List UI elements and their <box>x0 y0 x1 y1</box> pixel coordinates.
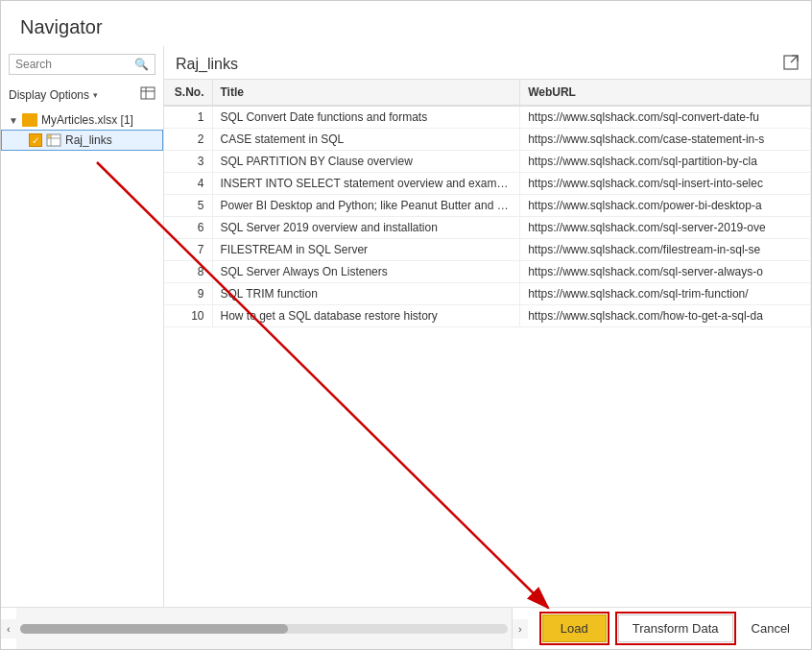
table-row: 1 SQL Convert Date functions and formats… <box>164 106 811 129</box>
cell-url: https://www.sqlshack.com/case-statement-… <box>520 129 811 151</box>
cell-title: SQL PARTITION BY Clause overview <box>212 151 520 173</box>
folder-icon <box>22 113 37 127</box>
cell-url: https://www.sqlshack.com/sql-partition-b… <box>520 151 811 173</box>
tree-child-label: Raj_links <box>65 133 112 147</box>
table-row: 5 Power BI Desktop and Python; like Pean… <box>164 195 811 217</box>
search-input[interactable] <box>15 58 134 71</box>
cell-title: Power BI Desktop and Python; like Peanut… <box>212 195 520 217</box>
checkbox-checked-icon[interactable]: ✓ <box>29 133 42 147</box>
svg-rect-6 <box>47 134 51 138</box>
cell-url: https://www.sqlshack.com/how-to-get-a-sq… <box>520 305 811 327</box>
search-box[interactable]: 🔍 <box>9 54 155 75</box>
cell-title: FILESTREAM in SQL Server <box>212 239 520 261</box>
preview-expand-icon[interactable] <box>782 54 800 75</box>
data-table: S.No. Title WebURL 1 SQL Convert Date fu… <box>164 80 811 327</box>
chevron-down-icon: ▾ <box>93 90 98 100</box>
cell-sno: 9 <box>164 283 212 305</box>
table-row: 8 SQL Server Always On Listeners https:/… <box>164 261 811 283</box>
transform-button-wrapper: Transform Data <box>615 612 736 645</box>
preview-header: Raj_links <box>164 46 811 80</box>
svg-line-8 <box>791 56 798 62</box>
cell-sno: 10 <box>164 305 212 327</box>
scrollbar-thumb[interactable] <box>20 624 289 634</box>
scroll-right-button[interactable]: › <box>513 619 528 638</box>
button-area: Load Transform Data Cancel <box>528 612 811 645</box>
table-view-icon[interactable] <box>140 86 155 103</box>
cell-url: https://www.sqlshack.com/sql-insert-into… <box>520 173 811 195</box>
right-panel: Raj_links S.No. Title WebURL <box>164 46 811 607</box>
scrollbar-track[interactable] <box>20 624 508 634</box>
tree-area: ▼ MyArticles.xlsx [1] ✓ Raj_links <box>1 107 163 599</box>
cell-title: CASE statement in SQL <box>212 129 520 151</box>
cell-title: INSERT INTO SELECT statement overview an… <box>212 173 520 195</box>
navigator-dialog: Navigator 🔍 Display Options ▾ <box>0 0 812 650</box>
cell-title: How to get a SQL database restore histor… <box>212 305 520 327</box>
table-container: S.No. Title WebURL 1 SQL Convert Date fu… <box>164 80 811 607</box>
cell-sno: 7 <box>164 239 212 261</box>
cell-sno: 6 <box>164 217 212 239</box>
tree-arrow-icon: ▼ <box>9 115 18 126</box>
col-header-sno: S.No. <box>164 80 212 106</box>
display-options-label: Display Options <box>9 88 89 102</box>
scroll-left-button[interactable]: ‹ <box>1 619 16 638</box>
cell-title: SQL Server 2019 overview and installatio… <box>212 217 520 239</box>
bottom-bar: ‹ › Load Transform Data Cancel <box>1 607 811 649</box>
table-row: 4 INSERT INTO SELECT statement overview … <box>164 173 811 195</box>
cell-sno: 1 <box>164 106 212 129</box>
col-header-title: Title <box>212 80 520 106</box>
table-row: 6 SQL Server 2019 overview and installat… <box>164 217 811 239</box>
table-row: 3 SQL PARTITION BY Clause overview https… <box>164 151 811 173</box>
cancel-button[interactable]: Cancel <box>742 615 800 641</box>
load-button-wrapper: Load <box>539 612 609 645</box>
left-panel: 🔍 Display Options ▾ ▼ MyArticles.xls <box>1 46 164 607</box>
cell-sno: 2 <box>164 129 212 151</box>
cell-url: https://www.sqlshack.com/filestream-in-s… <box>520 239 811 261</box>
tree-root-item[interactable]: ▼ MyArticles.xlsx [1] <box>1 110 163 130</box>
display-options[interactable]: Display Options ▾ <box>1 83 163 107</box>
cell-url: https://www.sqlshack.com/sql-convert-dat… <box>520 106 811 129</box>
dialog-body: 🔍 Display Options ▾ ▼ MyArticles.xls <box>1 46 811 607</box>
cell-title: SQL Convert Date functions and formats <box>212 106 520 129</box>
cell-sno: 5 <box>164 195 212 217</box>
cell-sno: 8 <box>164 261 212 283</box>
sheet-icon <box>46 133 61 147</box>
table-row: 10 How to get a SQL database restore his… <box>164 305 811 327</box>
cell-title: SQL TRIM function <box>212 283 520 305</box>
table-row: 9 SQL TRIM function https://www.sqlshack… <box>164 283 811 305</box>
cell-url: https://www.sqlshack.com/sql-trim-functi… <box>520 283 811 305</box>
cell-url: https://www.sqlshack.com/sql-server-2019… <box>520 217 811 239</box>
search-icon: 🔍 <box>134 58 149 71</box>
col-header-url: WebURL <box>520 80 811 106</box>
cell-sno: 3 <box>164 151 212 173</box>
tree-child-item[interactable]: ✓ Raj_links <box>1 130 163 151</box>
table-row: 2 CASE statement in SQL https://www.sqls… <box>164 129 811 151</box>
tree-root-label: MyArticles.xlsx [1] <box>41 113 133 127</box>
scrollbar-area[interactable] <box>16 608 513 649</box>
transform-data-button[interactable]: Transform Data <box>618 614 733 642</box>
table-header-row: S.No. Title WebURL <box>164 80 811 106</box>
table-row: 7 FILESTREAM in SQL Server https://www.s… <box>164 239 811 261</box>
cell-url: https://www.sqlshack.com/sql-server-alwa… <box>520 261 811 283</box>
preview-title: Raj_links <box>176 56 238 73</box>
cell-sno: 4 <box>164 173 212 195</box>
dialog-title: Navigator <box>1 1 811 46</box>
load-button[interactable]: Load <box>542 614 607 642</box>
cell-url: https://www.sqlshack.com/power-bi-deskto… <box>520 195 811 217</box>
cell-title: SQL Server Always On Listeners <box>212 261 520 283</box>
svg-rect-0 <box>141 87 155 99</box>
